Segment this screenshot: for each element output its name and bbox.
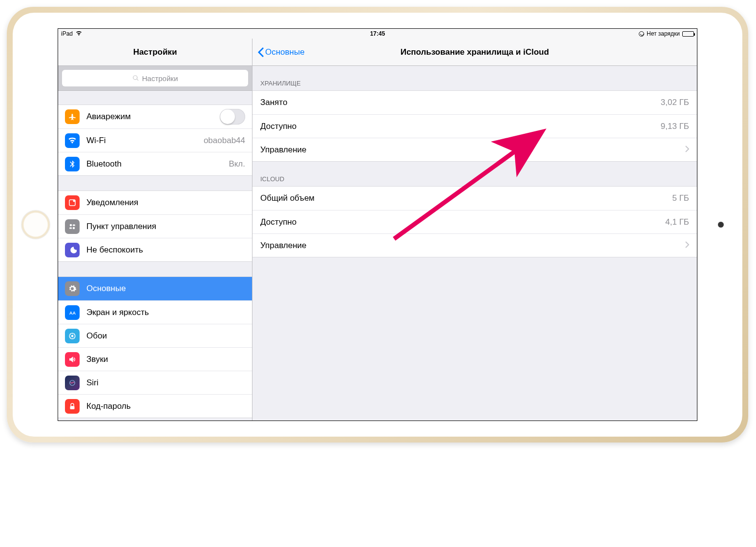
sidebar-item-passcode[interactable]: Код-пароль [58, 394, 252, 418]
svg-text:AA: AA [69, 310, 76, 315]
storage-used-row: Занято 3,02 ГБ [252, 91, 697, 114]
lock-icon [65, 399, 80, 414]
home-button[interactable] [21, 210, 50, 239]
wifi-icon [76, 30, 82, 37]
charging-label: Нет зарядки [647, 30, 680, 37]
row-label: Управление [260, 241, 680, 251]
display-icon: AA [65, 305, 80, 320]
front-camera [718, 222, 724, 228]
sync-icon [639, 31, 644, 37]
chevron-left-icon [257, 47, 264, 57]
sidebar-item-label: Звуки [86, 355, 245, 364]
sidebar-item-general[interactable]: Основные [58, 277, 252, 300]
storage-manage-row[interactable]: Управление [252, 138, 697, 161]
device-label: iPad [61, 30, 73, 37]
airplane-toggle[interactable] [220, 109, 245, 125]
sidebar-item-label: Код-пароль [86, 401, 245, 411]
battery-icon [682, 31, 694, 37]
sidebar-item-label: Wi-Fi [86, 136, 204, 146]
sidebar-item-label: Siri [86, 378, 245, 388]
svg-point-2 [70, 224, 72, 226]
sidebar-item-label: Не беспокоить [86, 245, 245, 255]
wifi-settings-icon [65, 133, 80, 148]
sidebar-item-label: Основные [86, 284, 245, 294]
notifications-icon [65, 195, 80, 210]
sidebar-item-siri[interactable]: Siri [58, 371, 252, 394]
sidebar-title: Настройки [58, 39, 252, 66]
sidebar-item-label: Авиарежим [86, 112, 220, 122]
row-label: Доступно [260, 217, 665, 227]
search-input[interactable]: Настройки [62, 70, 248, 86]
search-icon [132, 75, 139, 82]
section-header-storage: ХРАНИЛИЩЕ [252, 66, 697, 90]
sidebar-item-bluetooth[interactable]: Bluetooth Вкл. [58, 152, 252, 175]
storage-group: Занято 3,02 ГБ Доступно 9,13 ГБ Управлен… [252, 90, 697, 162]
row-value: 3,02 ГБ [661, 98, 689, 107]
gear-icon [65, 281, 80, 296]
icloud-group: Общий объем 5 ГБ Доступно 4,1 ГБ Управле… [252, 186, 697, 257]
icloud-available-row: Доступно 4,1 ГБ [252, 210, 697, 233]
chevron-right-icon [685, 145, 689, 155]
row-label: Доступно [260, 122, 661, 131]
sidebar-item-label: Пункт управления [86, 222, 245, 231]
icloud-total-row: Общий объем 5 ГБ [252, 187, 697, 210]
sidebar-item-airplane[interactable]: Авиарежим [58, 105, 252, 128]
control-center-icon [65, 219, 80, 234]
sidebar-item-display[interactable]: AA Экран и яркость [58, 300, 252, 324]
section-header-icloud: ICLOUD [252, 162, 697, 186]
sidebar-item-label: Экран и яркость [86, 308, 245, 317]
sidebar-group-device: Основные AA Экран и яркость [58, 276, 252, 418]
siri-icon [65, 376, 80, 390]
settings-sidebar: Настройки Настройки Авиаре [58, 39, 252, 421]
svg-rect-4 [69, 227, 72, 229]
detail-title: Использование хранилища и iCloud [252, 47, 697, 57]
airplane-icon [65, 109, 80, 124]
dnd-icon [65, 243, 80, 257]
icloud-manage-row[interactable]: Управление [252, 233, 697, 257]
search-wrap: Настройки [58, 66, 252, 91]
storage-available-row: Доступно 9,13 ГБ [252, 114, 697, 138]
sidebar-item-sounds[interactable]: Звуки [58, 347, 252, 371]
svg-rect-10 [70, 406, 75, 409]
wifi-value: obaobab44 [204, 136, 245, 146]
row-value: 5 ГБ [672, 193, 689, 203]
row-label: Занято [260, 98, 661, 107]
bluetooth-icon [65, 157, 80, 171]
sidebar-item-label: Обои [86, 331, 245, 341]
wallpaper-icon [65, 329, 80, 343]
search-placeholder: Настройки [142, 74, 178, 83]
ipad-frame: iPad 17:45 Нет зарядки Настройки [7, 7, 748, 442]
sidebar-item-dnd[interactable]: Не беспокоить [58, 238, 252, 261]
sounds-icon [65, 352, 80, 367]
row-value: 9,13 ГБ [661, 122, 689, 131]
sidebar-item-label: Bluetooth [86, 159, 229, 169]
sidebar-group-alerts: Уведомления Пункт управления [58, 190, 252, 262]
sidebar-item-wifi[interactable]: Wi-Fi obaobab44 [58, 128, 252, 152]
back-label: Основные [265, 47, 305, 57]
back-button[interactable]: Основные [257, 47, 305, 57]
sidebar-item-label: Уведомления [86, 198, 245, 208]
sidebar-group-connectivity: Авиарежим Wi-Fi obaobab44 [58, 105, 252, 176]
screen: iPad 17:45 Нет зарядки Настройки [58, 28, 697, 421]
row-value: 4,1 ГБ [665, 217, 689, 227]
sidebar-item-wallpaper[interactable]: Обои [58, 324, 252, 347]
status-bar: iPad 17:45 Нет зарядки [58, 29, 697, 39]
row-label: Управление [260, 145, 680, 155]
svg-point-1 [73, 200, 76, 202]
sidebar-item-control-center[interactable]: Пункт управления [58, 214, 252, 238]
row-label: Общий объем [260, 193, 672, 203]
ipad-frame-inner: iPad 17:45 Нет зарядки Настройки [13, 13, 742, 437]
chevron-right-icon [685, 241, 689, 251]
sidebar-item-notifications[interactable]: Уведомления [58, 191, 252, 214]
status-time: 17:45 [58, 30, 697, 37]
detail-header: Основные Использование хранилища и iClou… [252, 39, 697, 66]
svg-point-8 [71, 335, 74, 337]
detail-pane: Основные Использование хранилища и iClou… [252, 39, 697, 421]
bluetooth-value: Вкл. [229, 159, 245, 169]
svg-point-5 [73, 227, 75, 229]
svg-rect-3 [73, 224, 75, 226]
